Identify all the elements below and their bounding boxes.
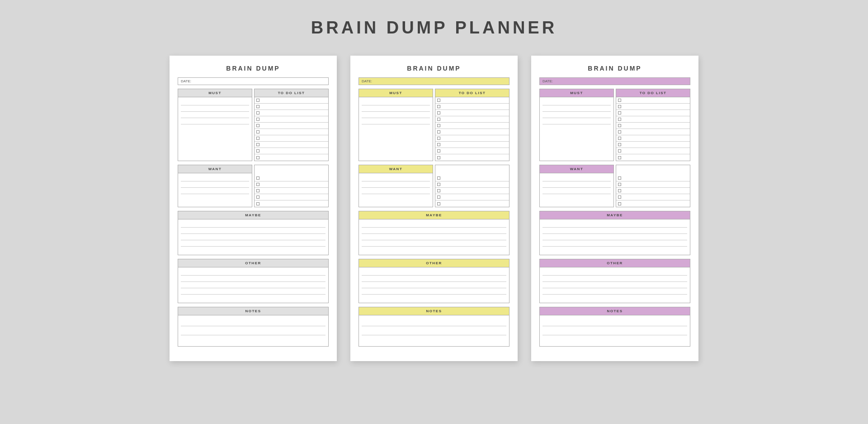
checkbox-box[interactable] bbox=[256, 99, 259, 102]
checkbox-box[interactable] bbox=[437, 202, 440, 205]
todo-checkbox-item[interactable] bbox=[435, 116, 509, 123]
checkbox-box[interactable] bbox=[256, 156, 259, 159]
checkbox-box[interactable] bbox=[618, 156, 621, 159]
checkbox-box[interactable] bbox=[618, 195, 621, 199]
todo-checkbox-item[interactable] bbox=[435, 110, 509, 116]
checkbox-box[interactable] bbox=[618, 111, 621, 114]
other-line[interactable] bbox=[542, 276, 687, 282]
checkbox-box[interactable] bbox=[437, 105, 440, 108]
todo-checkbox-item[interactable] bbox=[435, 148, 509, 154]
todo-checkbox-item[interactable] bbox=[435, 142, 509, 148]
want-checkbox-item[interactable] bbox=[616, 181, 690, 188]
must-line[interactable] bbox=[181, 118, 249, 124]
must-line[interactable] bbox=[362, 118, 430, 124]
want-line[interactable] bbox=[362, 194, 430, 200]
notes-line[interactable] bbox=[362, 335, 506, 344]
checkbox-box[interactable] bbox=[618, 176, 621, 180]
other-line[interactable] bbox=[181, 276, 326, 282]
must-line[interactable] bbox=[181, 124, 249, 131]
checkbox-box[interactable] bbox=[618, 124, 621, 127]
want-line[interactable] bbox=[181, 188, 249, 194]
want-line[interactable] bbox=[542, 188, 611, 194]
todo-checkbox-item[interactable] bbox=[255, 110, 328, 116]
checkbox-box[interactable] bbox=[437, 111, 440, 114]
other-line[interactable] bbox=[542, 295, 687, 301]
other-line[interactable] bbox=[362, 295, 506, 301]
want-line[interactable] bbox=[181, 181, 249, 188]
other-line[interactable] bbox=[362, 288, 506, 295]
checkbox-box[interactable] bbox=[618, 137, 621, 140]
other-line[interactable] bbox=[542, 269, 687, 276]
other-line[interactable] bbox=[181, 288, 326, 295]
date-row-yellow[interactable]: DATE: bbox=[359, 77, 509, 85]
other-line[interactable] bbox=[542, 282, 687, 288]
todo-checkbox-item[interactable] bbox=[435, 135, 509, 142]
checkbox-box[interactable] bbox=[256, 149, 259, 152]
todo-checkbox-item[interactable] bbox=[255, 116, 328, 123]
maybe-line[interactable] bbox=[362, 234, 506, 240]
todo-checkbox-item[interactable] bbox=[435, 104, 509, 110]
checkbox-box[interactable] bbox=[437, 195, 440, 199]
todo-checkbox-item[interactable] bbox=[616, 116, 690, 123]
checkbox-box[interactable] bbox=[437, 99, 440, 102]
other-line[interactable] bbox=[542, 288, 687, 295]
want-checkbox-item[interactable] bbox=[616, 194, 690, 200]
maybe-line[interactable] bbox=[181, 247, 326, 253]
must-line[interactable] bbox=[362, 99, 430, 105]
want-line[interactable] bbox=[181, 194, 249, 200]
checkbox-box[interactable] bbox=[256, 137, 259, 140]
maybe-line[interactable] bbox=[542, 234, 687, 240]
checkbox-box[interactable] bbox=[618, 99, 621, 102]
todo-checkbox-item[interactable] bbox=[616, 154, 690, 161]
checkbox-box[interactable] bbox=[437, 143, 440, 146]
other-line[interactable] bbox=[181, 295, 326, 301]
must-line[interactable] bbox=[542, 118, 611, 124]
todo-checkbox-item[interactable] bbox=[616, 129, 690, 135]
must-line[interactable] bbox=[542, 112, 611, 118]
want-checkbox-item[interactable] bbox=[435, 200, 509, 207]
want-checkbox-item[interactable] bbox=[435, 194, 509, 200]
want-checkbox-item[interactable] bbox=[435, 175, 509, 181]
todo-checkbox-item[interactable] bbox=[435, 97, 509, 104]
todo-checkbox-item[interactable] bbox=[435, 154, 509, 161]
checkbox-box[interactable] bbox=[618, 183, 621, 186]
notes-line[interactable] bbox=[542, 326, 687, 335]
want-checkbox-item[interactable] bbox=[255, 175, 328, 181]
must-line[interactable] bbox=[542, 99, 611, 105]
date-row-purple[interactable]: DATE: bbox=[539, 77, 690, 85]
checkbox-box[interactable] bbox=[618, 202, 621, 205]
checkbox-box[interactable] bbox=[256, 202, 259, 205]
checkbox-box[interactable] bbox=[256, 130, 259, 133]
todo-checkbox-item[interactable] bbox=[616, 104, 690, 110]
todo-checkbox-item[interactable] bbox=[616, 110, 690, 116]
want-checkbox-item[interactable] bbox=[616, 188, 690, 194]
maybe-line[interactable] bbox=[362, 240, 506, 247]
must-line[interactable] bbox=[362, 124, 430, 131]
other-line[interactable] bbox=[362, 282, 506, 288]
other-line[interactable] bbox=[181, 282, 326, 288]
maybe-line[interactable] bbox=[362, 247, 506, 253]
must-line[interactable] bbox=[181, 99, 249, 105]
todo-checkbox-item[interactable] bbox=[255, 154, 328, 161]
checkbox-box[interactable] bbox=[437, 156, 440, 159]
todo-checkbox-item[interactable] bbox=[255, 97, 328, 104]
want-line[interactable] bbox=[362, 175, 430, 181]
checkbox-box[interactable] bbox=[256, 118, 259, 121]
checkbox-box[interactable] bbox=[437, 137, 440, 140]
todo-checkbox-item[interactable] bbox=[255, 148, 328, 154]
checkbox-box[interactable] bbox=[618, 149, 621, 152]
maybe-line[interactable] bbox=[362, 221, 506, 228]
notes-line[interactable] bbox=[181, 326, 326, 335]
want-line[interactable] bbox=[542, 194, 611, 200]
checkbox-box[interactable] bbox=[437, 189, 440, 192]
want-line[interactable] bbox=[542, 181, 611, 188]
maybe-line[interactable] bbox=[362, 228, 506, 234]
maybe-line[interactable] bbox=[542, 221, 687, 228]
want-checkbox-item[interactable] bbox=[435, 188, 509, 194]
want-line[interactable] bbox=[362, 188, 430, 194]
date-row-gray[interactable]: DATE: bbox=[178, 77, 329, 85]
must-line[interactable] bbox=[362, 112, 430, 118]
want-line[interactable] bbox=[181, 175, 249, 181]
checkbox-box[interactable] bbox=[618, 105, 621, 108]
checkbox-box[interactable] bbox=[618, 130, 621, 133]
